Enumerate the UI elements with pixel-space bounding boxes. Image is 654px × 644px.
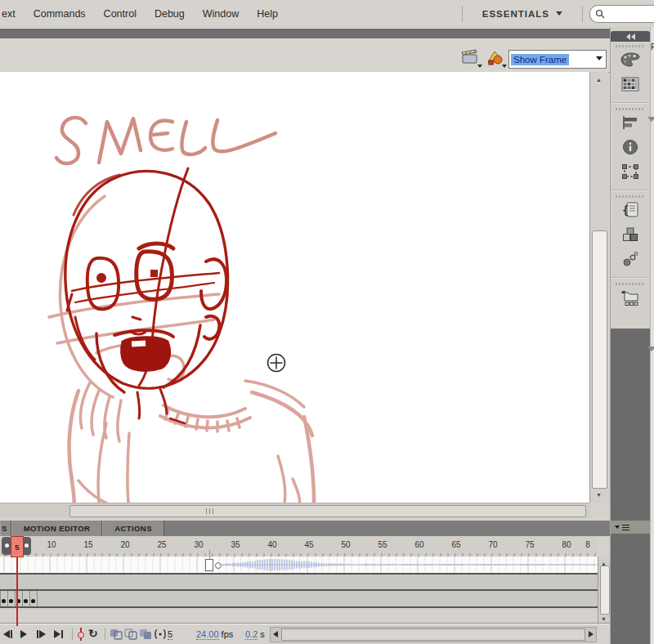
collapse-left-icon (631, 34, 635, 40)
keyframe-dot[interactable] (31, 599, 35, 603)
elapsed-time-group: 0.2 s (245, 629, 265, 639)
ruler-number: 15 (78, 540, 99, 549)
keyframe-dot[interactable] (9, 599, 13, 603)
ruler-number: 20 (114, 540, 136, 549)
edit-multiple-frames-button[interactable] (139, 628, 152, 640)
scroll-right-button[interactable] (586, 628, 596, 639)
timeline-layer-2[interactable] (0, 575, 598, 591)
transform-icon (621, 163, 639, 183)
workspace-switcher[interactable]: ESSENTIALS (464, 9, 580, 19)
menu-separator (462, 6, 463, 22)
ruler-number: 10 (41, 540, 62, 549)
menu-bar: extCommandsControlDebugWindowHelp ESSENT… (0, 0, 654, 28)
ruler-number: 35 (225, 540, 246, 549)
timeline-horizontal-scrollbar[interactable] (270, 627, 597, 642)
swatches-panel-button[interactable] (611, 74, 650, 98)
stage-vertical-scrollbar[interactable]: ▲ ▼ (589, 72, 608, 503)
timeline-layer-keyframes[interactable] (0, 591, 598, 608)
ruler-number: 80 (556, 540, 577, 549)
current-frame-field[interactable]: 5 (168, 629, 172, 640)
dock-group-grip[interactable] (616, 283, 645, 285)
motion-presets-panel-button[interactable] (611, 248, 650, 273)
color-panel-button[interactable] (611, 49, 650, 74)
align-panel-button[interactable] (611, 112, 650, 136)
frame-rate-group: 24.00 fps (196, 629, 233, 639)
timeline-vscroll-thumb[interactable] (600, 566, 610, 615)
elapsed-time-field[interactable]: 0.2 (245, 629, 258, 640)
dock-group-grip[interactable] (616, 195, 645, 198)
code-snippets-icon: { (621, 201, 639, 222)
ruler-number: 60 (409, 540, 430, 549)
timeline-controls-bar: ↻ 5 24.00 fps 0.2 s (0, 623, 610, 644)
tab-s[interactable]: S (0, 521, 11, 536)
ruler-number: 45 (298, 540, 320, 549)
timeline-tab-bar: SMOTION EDITORACTIONS (0, 521, 610, 536)
dock-group-separator (611, 277, 650, 279)
playhead-circle-icon (78, 632, 84, 638)
playhead[interactable]: 5 (11, 536, 24, 557)
menu-item-window[interactable]: Window (194, 1, 248, 27)
components-panel-button[interactable] (611, 224, 650, 248)
stage-horizontal-scrollbar[interactable] (0, 503, 589, 518)
edit-symbols-button[interactable] (486, 49, 505, 67)
timeline-ruler[interactable]: 5 1015202530354045505560657075808 (0, 536, 598, 557)
scroll-down-button[interactable]: ▼ (592, 489, 606, 500)
ruler-number: 65 (446, 540, 467, 549)
code-snippets-panel-button[interactable]: { (611, 199, 650, 224)
panel-collapse-triangle-icon (647, 347, 654, 351)
modify-markers-button[interactable] (154, 628, 167, 640)
collapse-left-icon (626, 34, 630, 40)
transform-panel-button[interactable] (611, 161, 650, 186)
svg-text:{: { (622, 203, 629, 217)
onion-skin-button[interactable] (110, 628, 123, 640)
timeline-layers-area[interactable] (0, 557, 598, 623)
stage-canvas[interactable] (0, 72, 589, 503)
tab-actions[interactable]: ACTIONS (102, 521, 164, 536)
center-frame-button[interactable] (77, 628, 85, 641)
playhead-frame-number: 5 (15, 543, 19, 552)
edit-scene-button[interactable] (461, 49, 481, 67)
scroll-up-button[interactable]: ▲ (592, 74, 606, 85)
timeline-hscroll-thumb[interactable] (281, 628, 585, 641)
frame-rate-field[interactable]: 24.00 (196, 629, 219, 640)
timeline-vertical-scrollbar[interactable]: ▲ ▼ (598, 557, 611, 623)
sketch-onion-skin (49, 196, 314, 503)
collapse-to-icons-button[interactable] (611, 31, 650, 42)
menu-item-debug[interactable]: Debug (146, 1, 194, 27)
menu-item-commands[interactable]: Commands (25, 1, 95, 27)
bar-icon (61, 630, 63, 638)
dock-group-grip[interactable] (616, 108, 645, 110)
menu-item-ext[interactable]: ext (0, 1, 25, 27)
stage-vscroll-thumb[interactable] (592, 230, 607, 489)
search-input[interactable] (589, 5, 654, 23)
play-icon (20, 630, 27, 638)
bar-icon (37, 630, 38, 638)
dock-group-grip[interactable] (616, 45, 645, 47)
last-frame-button[interactable] (54, 628, 63, 640)
tab-motion-editor[interactable]: MOTION EDITOR (11, 521, 103, 536)
step-forward-button[interactable] (37, 628, 46, 640)
align-icon (621, 115, 639, 133)
keyframe-dot[interactable] (2, 599, 6, 603)
loop-playback-button[interactable]: ↻ (88, 627, 98, 640)
keyframe-dot[interactable] (24, 599, 28, 603)
scroll-left-button[interactable] (271, 628, 280, 639)
dock-empty-area (611, 329, 650, 644)
search-icon (595, 9, 605, 19)
timeline-layer-sound[interactable] (0, 557, 598, 575)
menu-item-control[interactable]: Control (95, 1, 146, 27)
info-panel-button[interactable] (611, 136, 650, 161)
timeline-panel-menu-button[interactable] (611, 521, 651, 534)
onion-skin-outlines-button[interactable] (124, 628, 137, 640)
step-back-button[interactable] (3, 628, 12, 640)
library-panel-button[interactable] (611, 287, 650, 311)
panel-collapse-triangle-icon (647, 117, 654, 122)
zoom-view-select[interactable]: Show Frame (508, 50, 607, 69)
menu-item-help[interactable]: Help (248, 1, 287, 27)
stage-hscroll-thumb[interactable] (69, 505, 586, 517)
controls-separator (105, 628, 105, 640)
play-button[interactable] (20, 628, 27, 640)
frame-rate-unit: fps (222, 629, 234, 639)
ruler-number: 25 (151, 540, 172, 549)
dock-group-separator (611, 190, 650, 191)
